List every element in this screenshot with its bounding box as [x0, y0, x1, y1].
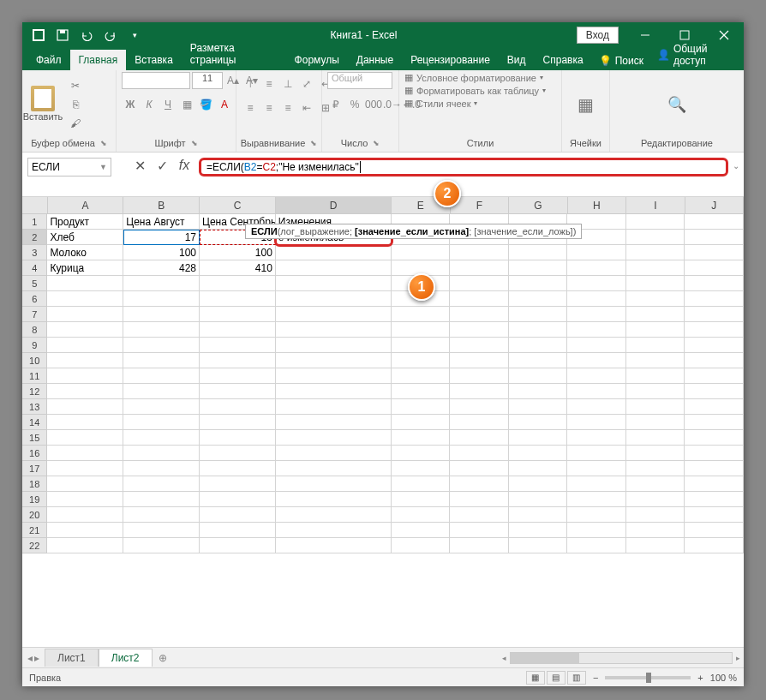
cell[interactable]	[200, 538, 276, 553]
cell[interactable]	[685, 291, 744, 307]
cell[interactable]: 100	[200, 245, 276, 260]
row-header[interactable]: 1	[22, 214, 47, 230]
col-header-g[interactable]: G	[509, 197, 567, 213]
cell[interactable]	[567, 353, 626, 368]
align-top-icon[interactable]: ⊤	[242, 75, 259, 93]
row-header[interactable]: 22	[22, 538, 47, 553]
row-header[interactable]: 18	[22, 476, 47, 492]
cell[interactable]	[509, 492, 568, 507]
align-right-icon[interactable]: ≡	[279, 99, 296, 117]
cell[interactable]	[200, 523, 276, 538]
alignment-launcher-icon[interactable]: ⬊	[310, 139, 317, 147]
cell[interactable]	[123, 322, 200, 338]
tab-insert[interactable]: Вставка	[126, 50, 182, 70]
cell[interactable]	[276, 338, 392, 353]
row-header[interactable]: 8	[22, 322, 47, 338]
cell[interactable]	[509, 245, 568, 260]
align-middle-icon[interactable]: ≡	[260, 75, 278, 93]
editing-icon[interactable]: 🔍	[667, 95, 686, 114]
row-header[interactable]: 10	[22, 353, 47, 368]
cells-icon[interactable]: ▦	[577, 94, 594, 115]
row-header[interactable]: 21	[22, 523, 47, 538]
cell[interactable]	[626, 353, 685, 368]
tab-help[interactable]: Справка	[535, 50, 592, 70]
cell[interactable]	[626, 368, 685, 384]
view-normal-icon[interactable]: ▦	[526, 671, 545, 685]
cell[interactable]	[123, 399, 200, 415]
cell[interactable]	[200, 492, 276, 507]
col-header-d[interactable]: D	[276, 197, 392, 213]
cell[interactable]	[567, 307, 626, 322]
cell[interactable]	[450, 276, 509, 291]
cell[interactable]	[509, 260, 568, 276]
cut-icon[interactable]: ✂	[65, 77, 86, 94]
col-header-h[interactable]: H	[568, 197, 626, 213]
cell[interactable]	[450, 291, 509, 307]
cell[interactable]	[509, 399, 568, 415]
cell[interactable]	[685, 476, 744, 492]
cell[interactable]	[626, 399, 685, 415]
cell[interactable]	[276, 399, 392, 415]
login-button[interactable]: Вход	[577, 27, 619, 44]
cell[interactable]	[47, 476, 123, 492]
cell[interactable]	[509, 430, 568, 446]
tab-view[interactable]: Вид	[499, 50, 535, 70]
col-header-j[interactable]: J	[685, 197, 744, 213]
horizontal-scrollbar[interactable]: ◂ ▸	[173, 652, 745, 664]
cell[interactable]	[276, 538, 392, 553]
view-page-break-icon[interactable]: ▥	[567, 671, 586, 685]
cell[interactable]: Цена Август	[123, 214, 200, 230]
cell[interactable]	[47, 276, 123, 291]
cell[interactable]	[626, 322, 685, 338]
cell[interactable]	[567, 430, 626, 446]
zoom-out-icon[interactable]: −	[593, 673, 598, 683]
col-header-c[interactable]: C	[200, 197, 276, 213]
cell[interactable]	[276, 415, 392, 430]
row-header[interactable]: 15	[22, 430, 47, 446]
cell[interactable]	[200, 338, 276, 353]
cell[interactable]	[47, 338, 123, 353]
cell[interactable]	[450, 307, 509, 322]
chevron-down-icon[interactable]: ▼	[99, 163, 107, 171]
cell[interactable]	[392, 245, 451, 260]
cell[interactable]	[685, 461, 744, 476]
row-header[interactable]: 13	[22, 399, 47, 415]
cell[interactable]	[47, 492, 123, 507]
cell[interactable]	[47, 538, 123, 553]
cell[interactable]	[626, 307, 685, 322]
cell[interactable]	[567, 523, 626, 538]
cell[interactable]: 428	[123, 260, 200, 276]
row-header[interactable]: 17	[22, 461, 47, 476]
cell[interactable]	[123, 446, 200, 461]
cell[interactable]	[626, 492, 685, 507]
cell[interactable]	[123, 538, 200, 553]
row-header[interactable]: 2	[22, 230, 47, 245]
align-center-icon[interactable]: ≡	[260, 99, 278, 117]
cell[interactable]	[685, 353, 744, 368]
tab-formulas[interactable]: Формулы	[286, 50, 348, 70]
grid-rows[interactable]: 1ПродуктЦена АвгустЦена СентрбрьИзменени…	[22, 214, 744, 647]
cell[interactable]	[450, 245, 509, 260]
scroll-right-icon[interactable]: ▸	[736, 654, 740, 662]
format-as-table-button[interactable]: ▦Форматировать как таблицу▾	[404, 85, 546, 96]
cell[interactable]	[47, 523, 123, 538]
cell[interactable]	[450, 353, 509, 368]
excel-icon[interactable]	[27, 25, 50, 45]
col-header-a[interactable]: A	[48, 197, 124, 213]
cell[interactable]	[200, 291, 276, 307]
cell[interactable]	[450, 399, 509, 415]
zoom-in-icon[interactable]: +	[697, 673, 703, 683]
cell[interactable]	[567, 415, 626, 430]
cell[interactable]	[47, 322, 123, 338]
cell[interactable]	[276, 276, 392, 291]
cell[interactable]	[200, 322, 276, 338]
row-header[interactable]: 12	[22, 384, 47, 399]
cell[interactable]	[47, 307, 123, 322]
currency-icon[interactable]: ₽	[327, 96, 344, 113]
cell[interactable]	[392, 399, 451, 415]
cell[interactable]	[567, 368, 626, 384]
cell[interactable]	[392, 492, 451, 507]
cell[interactable]	[567, 384, 626, 399]
font-color-icon[interactable]: A	[216, 96, 233, 113]
cell[interactable]	[392, 507, 451, 523]
